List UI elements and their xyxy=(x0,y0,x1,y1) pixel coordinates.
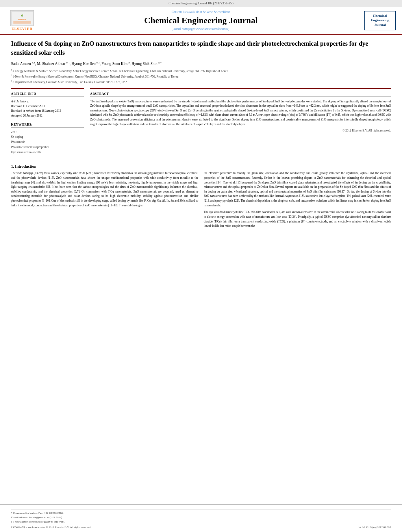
body-two-col: The wide bandgap (>3 eV) metal oxides, e… xyxy=(11,171,391,231)
body-col-left: The wide bandgap (>3 eV) metal oxides, e… xyxy=(11,171,198,231)
issn-line: 1385-8947/$ – see front matter © 2012 El… xyxy=(11,526,91,529)
abstract-column: ABSTRACT The tin (Sn) doped zinc oxide (… xyxy=(90,88,391,160)
sciverse-link: Contents lists available at SciVerse Sci… xyxy=(38,10,364,14)
footnote-equal: 1 These authors contributed equally to t… xyxy=(11,520,391,523)
svg-text:🌿: 🌿 xyxy=(21,14,24,17)
journal-header-bar: Chemical Engineering Journal 187 (2012) … xyxy=(0,0,402,7)
revised-date: Received in revised form 18 January 2012 xyxy=(11,109,84,113)
journal-logo-right: ChemicalEngineeringJournal xyxy=(364,11,396,30)
journal-name: Chemical Engineering Journal xyxy=(38,15,364,26)
author-hyungshik: Hyung Shik Shin a,* xyxy=(132,62,161,66)
elsevier-logo: 🌿 ELSEVIER ELSEVIER xyxy=(6,10,38,31)
journal-title-block: Contents lists available at SciVerse Sci… xyxy=(38,10,364,31)
svg-rect-3 xyxy=(13,21,31,24)
body-para-3: The dye absorbed nanocrystalline TiO₂ th… xyxy=(204,210,391,228)
info-abstract-columns: ARTICLE INFO Article history: Received 1… xyxy=(11,88,391,160)
svg-text:ELSEVIER: ELSEVIER xyxy=(18,19,26,20)
keyword-dyesolar: Dye sensitized solar cells xyxy=(11,150,84,155)
affiliations: a a Energy Materials & Surface Science L… xyxy=(11,68,391,84)
elsevier-label: ELSEVIER xyxy=(11,27,33,31)
intro-section-title: 1. Introduction xyxy=(11,164,391,169)
keyword-sndoping: Sn doping xyxy=(11,135,84,140)
header-main: 🌿 ELSEVIER ELSEVIER Contents lists avail… xyxy=(0,7,402,35)
author-youngsoon: Young Soon Kim a, xyxy=(102,62,132,66)
footer-divider xyxy=(11,510,391,510)
body-section: 1. Introduction The wide bandgap (>3 eV)… xyxy=(11,164,391,231)
elsevier-logo-image: 🌿 ELSEVIER xyxy=(10,10,34,26)
page: Chemical Engineering Journal 187 (2012) … xyxy=(0,0,402,532)
footer-bottom: 1385-8947/$ – see front matter © 2012 El… xyxy=(11,526,391,529)
article-info-label: ARTICLE INFO xyxy=(11,92,84,97)
history-label: Article history: xyxy=(11,99,84,104)
abstract-label: ABSTRACT xyxy=(90,92,391,97)
footnote-corresponding: * Corresponding author. Fax: +82 63 270 … xyxy=(11,512,391,515)
author-sadia: Sadia Ameen a,1, xyxy=(11,62,37,66)
page-footer: * Corresponding author. Fax: +82 63 270 … xyxy=(0,504,402,532)
accepted-date: Accepted 20 January 2012 xyxy=(11,113,84,118)
body-para-1: The wide bandgap (>3 eV) metal oxides, e… xyxy=(11,171,198,208)
author-shaheer: M. Shaheer Akhtar b,1, xyxy=(37,62,72,66)
article-title: Influence of Sn doping on ZnO nanostruct… xyxy=(11,39,391,57)
body-para-2: the effective procedure to modify the gr… xyxy=(204,171,391,208)
copyright-line: © 2012 Elsevier B.V. All rights reserved… xyxy=(90,129,391,132)
article-info-section: ARTICLE INFO Article history: Received 1… xyxy=(11,92,84,118)
affiliation-c: c c Department of Chemistry, Colorado St… xyxy=(11,79,391,84)
author-hyungkee: Hyung-Kee Seo c,1, xyxy=(72,62,102,66)
keyword-photoanode: Photoanode xyxy=(11,140,84,145)
abstract-text: The tin (Sn) doped zinc oxide (ZnO) nano… xyxy=(90,99,391,127)
keyword-zno: ZnO xyxy=(11,130,84,135)
footnote-email: E-mail address: hsshin@jmu.ac.kr (H.S. S… xyxy=(11,516,391,519)
affiliation-b: b b New & Renewable Energy Material Deve… xyxy=(11,74,391,79)
received-date: Received 11 December 2011 xyxy=(11,104,84,109)
affiliation-a: a a Energy Materials & Surface Science L… xyxy=(11,68,391,73)
keyword-photoelectro: Photoelectrochemical properties xyxy=(11,145,84,150)
keywords-label: Keywords: xyxy=(11,123,84,128)
authors-line: Sadia Ameen a,1, M. Shaheer Akhtar b,1, … xyxy=(11,61,391,66)
article-info-column: ARTICLE INFO Article history: Received 1… xyxy=(11,88,84,160)
doi-line: doi:10.1016/j.cej.2012.01.097 xyxy=(358,526,391,529)
article-content: Influence of Sn doping on ZnO nanostruct… xyxy=(0,35,402,504)
keywords-section: Keywords: ZnO Sn doping Photoanode Photo… xyxy=(11,123,84,155)
homepage-link: journal homepage: www.elsevier.com/locat… xyxy=(38,27,364,31)
article-history: Article history: Received 11 December 20… xyxy=(11,99,84,118)
body-col-right: the effective procedure to modify the gr… xyxy=(204,171,391,231)
keywords-list: ZnO Sn doping Photoanode Photoelectroche… xyxy=(11,130,84,155)
journal-citation: Chemical Engineering Journal 187 (2012) … xyxy=(169,2,233,5)
